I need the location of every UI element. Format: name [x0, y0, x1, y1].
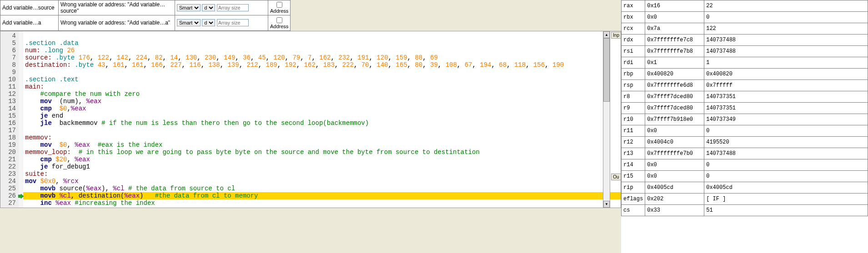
- register-row: r150x00: [622, 171, 868, 182]
- breakpoint-gutter[interactable]: [19, 31, 23, 208]
- code-line[interactable]: inc %eax #increasing the index: [23, 199, 621, 207]
- current-line-arrow-icon: [18, 193, 24, 198]
- scroll-thumb[interactable]: [603, 38, 610, 102]
- watch-table: Add variable…sourceWrong variable or add…: [0, 0, 291, 31]
- register-hex: 0x4005cd: [645, 182, 704, 193]
- register-hex: 0x0: [645, 159, 704, 171]
- register-row: r80x7ffff7dced80140737351: [622, 91, 868, 103]
- watch-message: Wrong variable or address: "Add variable…: [59, 15, 175, 30]
- register-dec: [ IF ]: [704, 193, 868, 205]
- register-name: rbp: [622, 69, 645, 80]
- code-line[interactable]: #compare the num with zero: [23, 90, 621, 98]
- register-name: rip: [622, 182, 645, 193]
- register-name: r14: [622, 159, 645, 171]
- watch-address-checkbox[interactable]: [276, 2, 282, 8]
- register-name: rdi: [622, 57, 645, 69]
- watch-arraysize-input[interactable]: [217, 4, 249, 11]
- register-row: r100x7ffff7b918e0140737349: [622, 114, 868, 125]
- register-hex: 0x0: [645, 125, 704, 137]
- register-name: r11: [622, 125, 645, 137]
- register-name: rax: [622, 0, 645, 12]
- register-dec: 140737488: [704, 148, 868, 159]
- code-line[interactable]: [23, 69, 621, 76]
- register-dec: 140737351: [704, 103, 868, 114]
- register-row: rip0x4005cd0x4005cd: [622, 182, 868, 193]
- code-line[interactable]: source: .byte 176, 122, 142, 224, 82, 14…: [23, 54, 621, 61]
- register-row: rbp0x4008200x400820: [622, 69, 868, 80]
- watch-message: Wrong variable or address: "Add variable…: [59, 0, 175, 15]
- code-line[interactable]: num: .long 26: [23, 47, 621, 54]
- code-line[interactable]: cmp $0,%eax: [23, 105, 621, 112]
- register-name: r12: [622, 137, 645, 148]
- code-line[interactable]: memmov_loop: # in this loop we are going…: [23, 149, 621, 156]
- scroll-down-button[interactable]: ▼: [603, 201, 610, 208]
- code-line[interactable]: destination: .byte 43, 161, 161, 166, 22…: [23, 61, 621, 69]
- watch-format-select[interactable]: Smart: [177, 4, 201, 11]
- scroll-up-button[interactable]: ▲: [603, 31, 610, 38]
- code-line[interactable]: mov $0x0, %rcx: [23, 178, 621, 185]
- register-row: rax0x1622: [622, 0, 868, 12]
- register-dec: 51: [704, 205, 868, 216]
- register-name: r10: [622, 114, 645, 125]
- register-name: r8: [622, 91, 645, 103]
- code-area[interactable]: .section .datanum: .long 26source: .byte…: [23, 31, 621, 208]
- register-hex: 0x33: [645, 205, 704, 216]
- output-pane-label[interactable]: Ou: [611, 174, 621, 180]
- code-line[interactable]: .section .data: [23, 40, 621, 47]
- scroll-track[interactable]: [603, 38, 610, 201]
- line-gutter: 4567891011121314151617181920212223242526…: [0, 31, 19, 208]
- code-line[interactable]: [23, 127, 621, 134]
- register-row: rsi0x7fffffffe7b8140737488: [622, 46, 868, 57]
- code-line[interactable]: main:: [23, 83, 621, 90]
- register-hex: 0x7fffffffe7b0: [645, 148, 704, 159]
- watch-variable[interactable]: Add variable…a: [0, 15, 59, 30]
- watch-row: Add variable…aWrong variable or address:…: [0, 15, 291, 30]
- register-row: eflags0x202[ IF ]: [622, 193, 868, 205]
- register-dec: 140737488: [704, 35, 868, 46]
- code-line[interactable]: .section .text: [23, 76, 621, 83]
- register-dec: 0: [704, 159, 868, 171]
- watch-format-select[interactable]: Smart: [177, 19, 201, 26]
- code-line[interactable]: suite:: [23, 170, 621, 178]
- register-name: r9: [622, 103, 645, 114]
- register-hex: 0x4004c0: [645, 137, 704, 148]
- code-line[interactable]: [23, 32, 621, 40]
- code-line[interactable]: movb source(%eax), %cl # the data from s…: [23, 185, 621, 192]
- watch-variable[interactable]: Add variable…source: [0, 0, 59, 15]
- watch-address-checkbox[interactable]: [276, 17, 282, 23]
- register-row: rcx0x7a122: [622, 23, 868, 35]
- code-line[interactable]: movb %cl, destination(%eax) #the data fr…: [23, 192, 621, 199]
- register-name: r13: [622, 148, 645, 159]
- register-row: rbx0x00: [622, 12, 868, 23]
- register-dec: 22: [704, 0, 868, 12]
- register-row: cs0x3351: [622, 205, 868, 216]
- code-line[interactable]: cmp $20, %eax: [23, 156, 621, 163]
- register-hex: 0x16: [645, 0, 704, 12]
- register-row: rdi0x11: [622, 57, 868, 69]
- watch-arraysize-input[interactable]: [217, 19, 249, 26]
- register-dec: 0: [704, 12, 868, 23]
- register-name: rbx: [622, 12, 645, 23]
- register-hex: 0x0: [645, 171, 704, 182]
- register-hex: 0x7ffff7b918e0: [645, 114, 704, 125]
- code-line[interactable]: mov (num), %eax: [23, 98, 621, 105]
- register-name: cs: [622, 205, 645, 216]
- register-name: rsi: [622, 46, 645, 57]
- code-line[interactable]: jle backmemmov # if the num is less than…: [23, 119, 621, 127]
- code-line[interactable]: je end: [23, 112, 621, 119]
- register-dec: 4195520: [704, 137, 868, 148]
- register-name: r15: [622, 171, 645, 182]
- watch-unit-select[interactable]: d: [202, 19, 215, 26]
- register-dec: 0x4005cd: [704, 182, 868, 193]
- register-row: r90x7ffff7dced80140737351: [622, 103, 868, 114]
- code-line[interactable]: je for_debug1: [23, 163, 621, 170]
- code-line[interactable]: memmov:: [23, 134, 621, 141]
- code-line[interactable]: mov $0, %eax #eax is the index: [23, 141, 621, 149]
- editor-scrollbar[interactable]: ▲ ▼: [603, 31, 610, 208]
- code-editor[interactable]: 4567891011121314151617181920212223242526…: [0, 31, 621, 208]
- svg-marker-0: [18, 194, 24, 198]
- register-row: r110x00: [622, 125, 868, 137]
- watch-address-label: Address: [270, 8, 288, 14]
- watch-unit-select[interactable]: d: [202, 4, 215, 11]
- input-pane-label[interactable]: Inp: [611, 32, 621, 39]
